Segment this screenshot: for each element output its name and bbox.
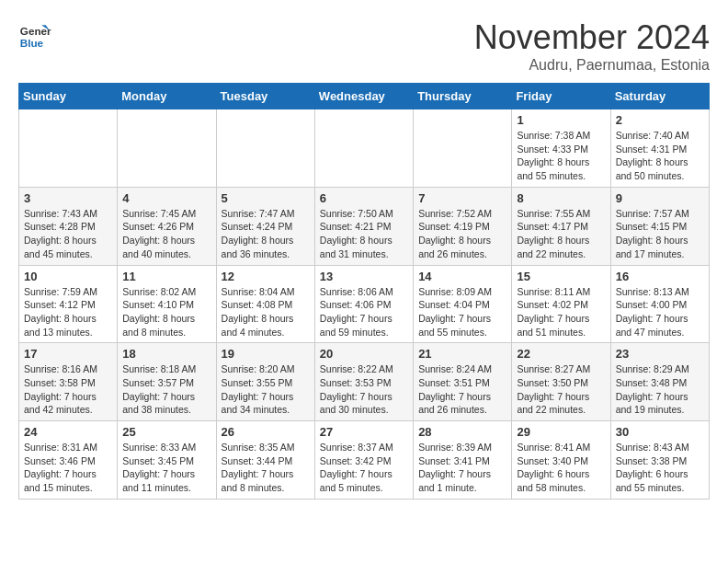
day-info: Sunrise: 8:43 AM Sunset: 3:38 PM Dayligh… xyxy=(616,441,704,495)
calendar-cell: 26Sunrise: 8:35 AM Sunset: 3:44 PM Dayli… xyxy=(216,421,314,500)
day-number: 10 xyxy=(24,270,112,283)
day-info: Sunrise: 8:27 AM Sunset: 3:50 PM Dayligh… xyxy=(517,362,605,417)
day-number: 15 xyxy=(517,270,605,283)
day-number: 30 xyxy=(616,425,704,439)
day-number: 28 xyxy=(418,425,506,439)
weekday-header-thursday: Thursday xyxy=(414,84,512,109)
calendar-cell xyxy=(314,109,413,188)
day-number: 24 xyxy=(24,425,112,439)
day-number: 2 xyxy=(616,113,704,127)
calendar-cell: 24Sunrise: 8:31 AM Sunset: 3:46 PM Dayli… xyxy=(19,421,118,500)
calendar-cell: 12Sunrise: 8:04 AM Sunset: 4:08 PM Dayli… xyxy=(216,265,314,343)
logo: General Blue xyxy=(18,18,51,52)
page-header: General Blue November 2024 Audru, Paernu… xyxy=(18,18,710,74)
weekday-header-sunday: Sunday xyxy=(19,84,118,109)
day-info: Sunrise: 8:20 AM Sunset: 3:55 PM Dayligh… xyxy=(222,362,310,417)
calendar-cell: 4Sunrise: 7:45 AM Sunset: 4:26 PM Daylig… xyxy=(118,187,216,265)
day-number: 26 xyxy=(222,425,310,439)
calendar-body: 1Sunrise: 7:38 AM Sunset: 4:33 PM Daylig… xyxy=(19,109,710,500)
day-info: Sunrise: 8:41 AM Sunset: 3:40 PM Dayligh… xyxy=(517,441,605,495)
calendar-cell: 8Sunrise: 7:55 AM Sunset: 4:17 PM Daylig… xyxy=(512,187,610,265)
day-info: Sunrise: 8:35 AM Sunset: 3:44 PM Dayligh… xyxy=(222,441,310,495)
logo-icon: General Blue xyxy=(18,18,51,52)
calendar-cell: 10Sunrise: 7:59 AM Sunset: 4:12 PM Dayli… xyxy=(19,265,118,343)
calendar-cell xyxy=(19,109,118,188)
day-info: Sunrise: 8:16 AM Sunset: 3:58 PM Dayligh… xyxy=(24,362,112,417)
day-number: 18 xyxy=(122,347,210,361)
day-info: Sunrise: 8:13 AM Sunset: 4:00 PM Dayligh… xyxy=(616,285,704,339)
calendar-cell: 17Sunrise: 8:16 AM Sunset: 3:58 PM Dayli… xyxy=(19,343,118,421)
calendar-week-5: 24Sunrise: 8:31 AM Sunset: 3:46 PM Dayli… xyxy=(19,421,710,500)
title-block: November 2024 Audru, Paernumaa, Estonia xyxy=(474,18,710,74)
day-number: 19 xyxy=(222,347,310,361)
day-info: Sunrise: 7:43 AM Sunset: 4:28 PM Dayligh… xyxy=(24,207,112,261)
day-number: 12 xyxy=(222,270,310,283)
day-info: Sunrise: 7:45 AM Sunset: 4:26 PM Dayligh… xyxy=(122,207,210,261)
weekday-header-row: SundayMondayTuesdayWednesdayThursdayFrid… xyxy=(19,84,710,109)
location-subtitle: Audru, Paernumaa, Estonia xyxy=(474,57,710,74)
calendar-cell: 30Sunrise: 8:43 AM Sunset: 3:38 PM Dayli… xyxy=(610,421,709,500)
calendar-cell: 16Sunrise: 8:13 AM Sunset: 4:00 PM Dayli… xyxy=(610,265,709,343)
day-number: 11 xyxy=(122,270,210,283)
calendar-cell: 6Sunrise: 7:50 AM Sunset: 4:21 PM Daylig… xyxy=(314,187,413,265)
day-info: Sunrise: 7:40 AM Sunset: 4:31 PM Dayligh… xyxy=(616,129,704,183)
calendar-cell: 13Sunrise: 8:06 AM Sunset: 4:06 PM Dayli… xyxy=(314,265,413,343)
day-info: Sunrise: 8:24 AM Sunset: 3:51 PM Dayligh… xyxy=(418,362,506,417)
calendar-cell: 9Sunrise: 7:57 AM Sunset: 4:15 PM Daylig… xyxy=(610,187,709,265)
calendar-cell: 2Sunrise: 7:40 AM Sunset: 4:31 PM Daylig… xyxy=(610,109,709,188)
weekday-header-wednesday: Wednesday xyxy=(314,84,413,109)
svg-text:Blue: Blue xyxy=(20,37,44,49)
day-info: Sunrise: 8:31 AM Sunset: 3:46 PM Dayligh… xyxy=(24,441,112,495)
day-number: 13 xyxy=(320,270,408,283)
day-number: 14 xyxy=(418,270,506,283)
day-number: 3 xyxy=(24,191,112,205)
calendar-cell xyxy=(414,109,512,188)
weekday-header-saturday: Saturday xyxy=(610,84,709,109)
calendar-cell: 23Sunrise: 8:29 AM Sunset: 3:48 PM Dayli… xyxy=(610,343,709,421)
day-info: Sunrise: 7:57 AM Sunset: 4:15 PM Dayligh… xyxy=(616,207,704,261)
day-info: Sunrise: 8:04 AM Sunset: 4:08 PM Dayligh… xyxy=(222,285,310,339)
day-info: Sunrise: 7:59 AM Sunset: 4:12 PM Dayligh… xyxy=(24,285,112,339)
day-info: Sunrise: 7:55 AM Sunset: 4:17 PM Dayligh… xyxy=(517,207,605,261)
day-number: 16 xyxy=(616,270,704,283)
calendar-cell: 5Sunrise: 7:47 AM Sunset: 4:24 PM Daylig… xyxy=(216,187,314,265)
calendar-cell: 21Sunrise: 8:24 AM Sunset: 3:51 PM Dayli… xyxy=(414,343,512,421)
day-info: Sunrise: 8:02 AM Sunset: 4:10 PM Dayligh… xyxy=(122,285,210,339)
day-info: Sunrise: 7:50 AM Sunset: 4:21 PM Dayligh… xyxy=(320,207,408,261)
day-number: 21 xyxy=(418,347,506,361)
calendar-cell: 14Sunrise: 8:09 AM Sunset: 4:04 PM Dayli… xyxy=(414,265,512,343)
day-info: Sunrise: 8:11 AM Sunset: 4:02 PM Dayligh… xyxy=(517,285,605,339)
calendar-week-2: 3Sunrise: 7:43 AM Sunset: 4:28 PM Daylig… xyxy=(19,187,710,265)
calendar-cell xyxy=(216,109,314,188)
day-info: Sunrise: 7:52 AM Sunset: 4:19 PM Dayligh… xyxy=(418,207,506,261)
calendar-cell: 27Sunrise: 8:37 AM Sunset: 3:42 PM Dayli… xyxy=(314,421,413,500)
day-number: 5 xyxy=(222,191,310,205)
calendar-week-4: 17Sunrise: 8:16 AM Sunset: 3:58 PM Dayli… xyxy=(19,343,710,421)
weekday-header-monday: Monday xyxy=(118,84,216,109)
day-info: Sunrise: 8:06 AM Sunset: 4:06 PM Dayligh… xyxy=(320,285,408,339)
day-info: Sunrise: 8:29 AM Sunset: 3:48 PM Dayligh… xyxy=(616,362,704,417)
day-number: 4 xyxy=(122,191,210,205)
calendar-week-1: 1Sunrise: 7:38 AM Sunset: 4:33 PM Daylig… xyxy=(19,109,710,188)
day-number: 20 xyxy=(320,347,408,361)
day-number: 22 xyxy=(517,347,605,361)
calendar-cell: 11Sunrise: 8:02 AM Sunset: 4:10 PM Dayli… xyxy=(118,265,216,343)
day-info: Sunrise: 8:09 AM Sunset: 4:04 PM Dayligh… xyxy=(418,285,506,339)
day-number: 6 xyxy=(320,191,408,205)
calendar-cell: 15Sunrise: 8:11 AM Sunset: 4:02 PM Dayli… xyxy=(512,265,610,343)
calendar-week-3: 10Sunrise: 7:59 AM Sunset: 4:12 PM Dayli… xyxy=(19,265,710,343)
day-info: Sunrise: 8:37 AM Sunset: 3:42 PM Dayligh… xyxy=(320,441,408,495)
calendar-cell: 7Sunrise: 7:52 AM Sunset: 4:19 PM Daylig… xyxy=(414,187,512,265)
day-number: 1 xyxy=(517,113,605,127)
day-number: 27 xyxy=(320,425,408,439)
day-number: 17 xyxy=(24,347,112,361)
day-info: Sunrise: 8:22 AM Sunset: 3:53 PM Dayligh… xyxy=(320,362,408,417)
day-info: Sunrise: 7:47 AM Sunset: 4:24 PM Dayligh… xyxy=(222,207,310,261)
calendar-table: SundayMondayTuesdayWednesdayThursdayFrid… xyxy=(18,83,710,500)
day-number: 25 xyxy=(122,425,210,439)
day-info: Sunrise: 8:39 AM Sunset: 3:41 PM Dayligh… xyxy=(418,441,506,495)
weekday-header-tuesday: Tuesday xyxy=(216,84,314,109)
day-number: 8 xyxy=(517,191,605,205)
day-info: Sunrise: 8:33 AM Sunset: 3:45 PM Dayligh… xyxy=(122,441,210,495)
weekday-header-friday: Friday xyxy=(512,84,610,109)
